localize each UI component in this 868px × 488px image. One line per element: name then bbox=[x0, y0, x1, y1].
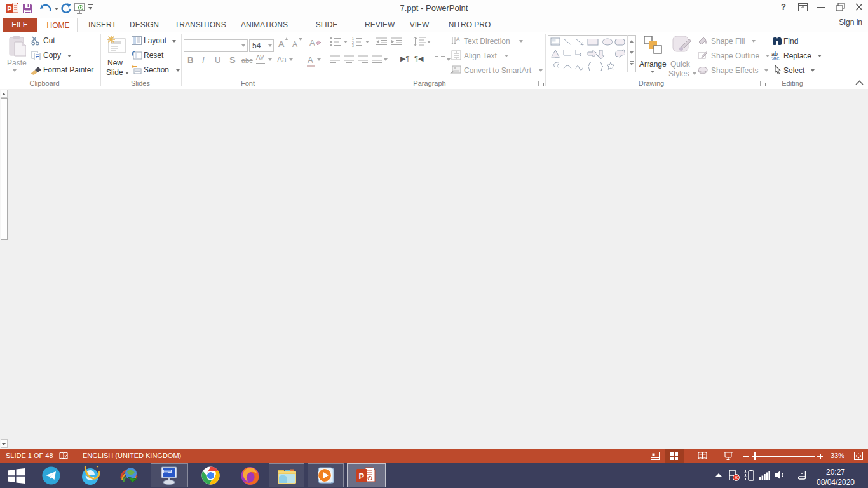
svg-text:P: P bbox=[359, 471, 365, 481]
svg-text:A: A bbox=[309, 38, 315, 48]
svg-text:A: A bbox=[456, 36, 460, 42]
svg-text:3: 3 bbox=[352, 44, 354, 47]
svg-text:ac: ac bbox=[773, 55, 780, 61]
